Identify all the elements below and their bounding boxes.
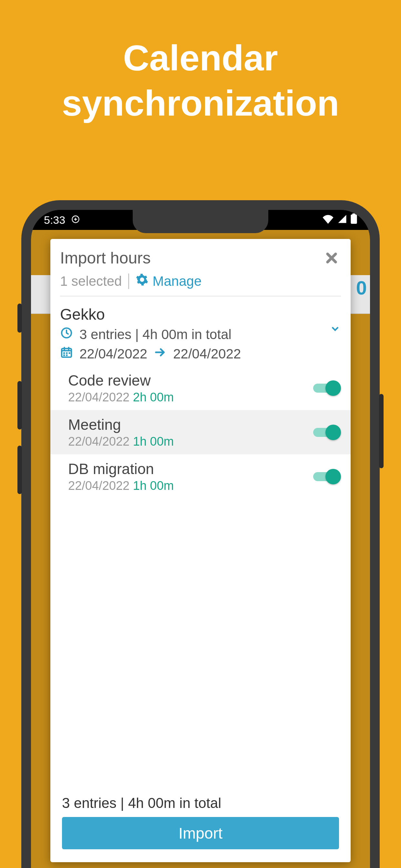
arrow-right-icon: [154, 346, 166, 362]
battery-icon: [351, 213, 357, 226]
entry-date: 22/04/2022: [68, 435, 129, 448]
entry-toggle[interactable]: [312, 469, 341, 485]
chevron-down-icon: [329, 330, 341, 336]
footer-summary: 3 entries | 4h 00m in total: [62, 795, 339, 811]
divider: [60, 296, 341, 297]
toggle-knob: [326, 425, 341, 440]
import-hours-modal: Import hours 1 selected Manage: [50, 239, 351, 862]
entry-title: Code review: [68, 372, 174, 389]
calendar-icon: [60, 346, 73, 362]
gear-icon: [135, 273, 149, 289]
app-background-edge: 0: [356, 277, 367, 299]
selected-count: 1 selected: [60, 274, 122, 289]
phone-side-button: [379, 394, 383, 468]
wifi-icon: [322, 214, 334, 226]
modal-footer: 3 entries | 4h 00m in total Import: [50, 788, 351, 862]
entry-title: DB migration: [68, 460, 174, 477]
entry-row: DB migration 22/04/2022 1h 00m: [50, 454, 351, 499]
entries-list: Code review 22/04/2022 2h 00m Meeting: [50, 366, 351, 499]
import-button[interactable]: Import: [62, 817, 339, 849]
entry-duration: 2h 00m: [133, 391, 174, 404]
hero-title: Calendar synchronization: [0, 0, 401, 126]
entry-duration: 1h 00m: [133, 435, 174, 448]
entry-row: Code review 22/04/2022 2h 00m: [50, 366, 351, 410]
project-block: Gekko 3 entries | 4h 00m in total 22/04/…: [50, 300, 351, 366]
modal-header: Import hours 1 selected Manage: [50, 239, 351, 300]
svg-rect-7: [63, 354, 65, 356]
toggle-knob: [326, 380, 341, 396]
modal-title: Import hours: [60, 249, 151, 268]
svg-rect-8: [66, 354, 67, 356]
phone-screen: 5:33 0: [31, 210, 370, 868]
date-from: 22/04/2022: [80, 346, 147, 362]
phone-notch: [133, 210, 268, 233]
entry-date: 22/04/2022: [68, 391, 129, 404]
phone-side-button: [18, 304, 22, 333]
manage-label: Manage: [152, 274, 202, 289]
project-name: Gekko: [60, 306, 341, 323]
entry-row: Meeting 22/04/2022 1h 00m: [50, 410, 351, 454]
phone-side-button: [18, 381, 22, 430]
clock-icon: [60, 327, 73, 343]
phone-side-button: [18, 445, 22, 494]
entry-toggle[interactable]: [312, 425, 341, 440]
svg-rect-1: [351, 214, 357, 224]
hero-line-1: Calendar: [0, 35, 401, 81]
manage-button[interactable]: Manage: [135, 273, 202, 289]
phone-frame: 5:33 0: [21, 200, 380, 868]
project-summary: 3 entries | 4h 00m in total: [80, 327, 232, 342]
status-time: 5:33: [44, 214, 65, 226]
entry-date: 22/04/2022: [68, 479, 129, 492]
signal-icon: [337, 214, 347, 226]
entry-toggle[interactable]: [312, 380, 341, 396]
svg-rect-6: [66, 352, 67, 354]
close-button[interactable]: [322, 249, 341, 269]
hero-line-2: synchronization: [0, 81, 401, 126]
date-to: 22/04/2022: [173, 346, 241, 362]
divider: [128, 274, 129, 289]
entry-duration: 1h 00m: [133, 479, 174, 492]
close-icon: [323, 261, 340, 267]
toggle-knob: [326, 469, 341, 485]
svg-rect-2: [352, 213, 356, 215]
entry-title: Meeting: [68, 416, 174, 433]
svg-rect-5: [63, 352, 65, 354]
svg-rect-9: [69, 352, 70, 354]
expand-toggle[interactable]: [329, 323, 341, 336]
status-icon: [71, 214, 80, 226]
